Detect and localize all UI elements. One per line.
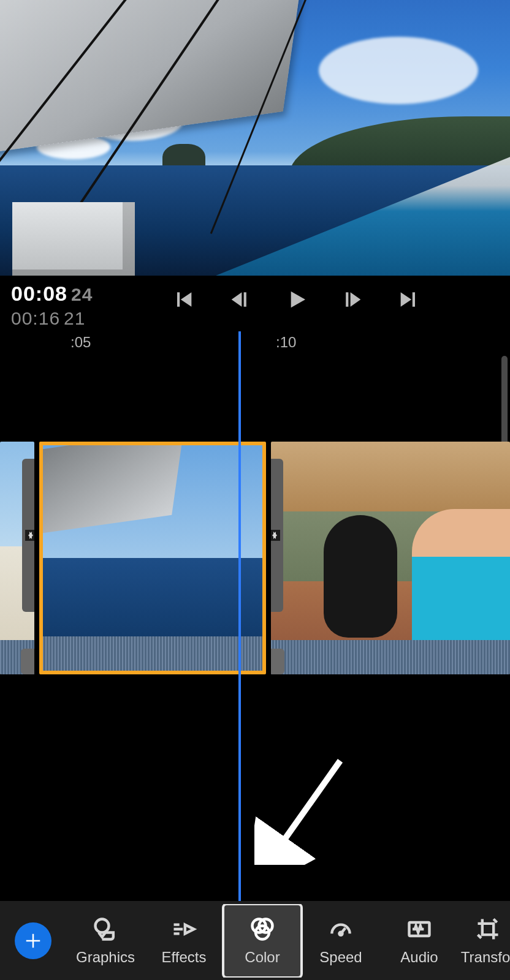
time-ruler[interactable]: :05 :10 — [0, 331, 510, 356]
graphics-icon — [92, 916, 119, 943]
playhead[interactable] — [238, 331, 241, 901]
tool-graphics-label: Graphics — [76, 949, 135, 966]
tool-audio[interactable]: Audio — [380, 904, 459, 978]
current-frames: 24 — [71, 284, 93, 304]
play-button[interactable] — [282, 285, 310, 314]
bottom-toolbar: Graphics Effects Color Speed Audio Trans… — [0, 900, 510, 980]
ruler-mark-10: :10 — [276, 334, 296, 351]
tool-speed[interactable]: Speed — [302, 904, 380, 978]
tool-speed-label: Speed — [319, 949, 362, 966]
add-media-button[interactable] — [15, 922, 51, 959]
total-time: 00:1621 — [11, 308, 93, 329]
tool-color-label: Color — [245, 949, 280, 966]
current-seconds: 00:08 — [11, 282, 67, 305]
timecode: 00:0824 00:1621 — [11, 282, 93, 329]
clip-3[interactable] — [271, 442, 510, 674]
go-to-start-button[interactable] — [169, 285, 197, 314]
video-preview[interactable] — [0, 0, 510, 276]
audio-icon — [406, 916, 433, 943]
tool-effects-label: Effects — [162, 949, 207, 966]
clip-2-audio — [39, 636, 266, 671]
ruler-mark-5: :05 — [70, 334, 91, 351]
svg-point-1 — [96, 919, 109, 932]
total-frames: 21 — [64, 308, 85, 328]
timeline-scrollbar[interactable] — [501, 356, 508, 448]
tool-color[interactable]: Color — [223, 904, 302, 978]
go-to-end-button[interactable] — [395, 285, 423, 314]
clip-1-audio-handle[interactable] — [21, 649, 34, 674]
clip-track — [0, 442, 510, 674]
tool-effects[interactable]: Effects — [145, 904, 223, 978]
tool-audio-label: Audio — [400, 949, 438, 966]
clip-1[interactable] — [0, 442, 34, 674]
transport-bar: 00:0824 00:1621 — [0, 276, 510, 329]
tool-transform[interactable]: Transfor — [459, 904, 510, 978]
current-time: 00:0824 — [11, 282, 93, 306]
color-icon — [249, 916, 276, 943]
clip-1-trim-right[interactable] — [22, 459, 34, 612]
clip-3-audio-handle[interactable] — [271, 649, 284, 674]
clip-3-audio — [271, 640, 510, 674]
step-back-button[interactable] — [226, 285, 254, 314]
clip-2-selected[interactable] — [39, 442, 266, 674]
tool-graphics[interactable]: Graphics — [66, 904, 145, 978]
effects-icon — [170, 916, 197, 943]
clip-3-trim-left[interactable] — [271, 459, 283, 612]
total-seconds: 00:16 — [11, 308, 60, 328]
transform-icon — [474, 916, 501, 943]
svg-point-5 — [339, 932, 342, 935]
tool-transform-label: Transfor — [461, 949, 510, 966]
step-forward-button[interactable] — [338, 285, 367, 314]
timeline[interactable] — [0, 356, 510, 827]
speed-icon — [327, 916, 354, 943]
